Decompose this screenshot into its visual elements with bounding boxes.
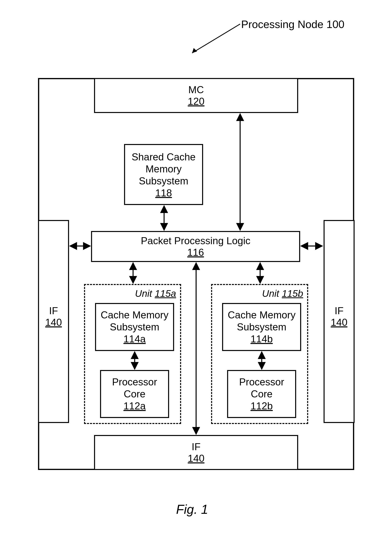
mc-label: MC 120 <box>95 84 297 107</box>
core-a-l1: Processor <box>112 376 157 387</box>
if-left-ref: 140 <box>45 317 62 328</box>
unit-b-ref: 115b <box>282 288 303 299</box>
unit-a-ref: 115a <box>155 288 176 299</box>
core-b-l1: Processor <box>239 376 284 387</box>
ppl-label: Packet Processing Logic 116 <box>92 235 299 258</box>
shared-cache-l1: Shared Cache <box>132 152 196 163</box>
cache-b-ref: 114b <box>251 333 273 345</box>
ppl-name: Packet Processing Logic <box>141 235 251 246</box>
core-b-box: Processor Core 112b <box>227 370 296 418</box>
cache-b-label: Cache Memory Subsystem 114b <box>223 309 300 345</box>
cache-a-l2: Subsystem <box>110 321 159 333</box>
shared-cache-ref: 118 <box>155 187 172 199</box>
if-right-name: IF <box>335 305 343 316</box>
cache-a-label: Cache Memory Subsystem 114a <box>96 309 173 345</box>
mc-name: MC <box>188 84 204 95</box>
ppl-ref: 116 <box>187 247 204 258</box>
core-b-label: Processor Core 112b <box>228 376 295 412</box>
core-a-label: Processor Core 112a <box>101 376 168 412</box>
if-right-box: IF 140 <box>323 220 355 423</box>
title-arrow <box>184 19 244 59</box>
unit-b-name: Unit <box>262 288 279 299</box>
cache-b-l2: Subsystem <box>237 321 286 333</box>
shared-cache-l2: Memory <box>146 163 182 175</box>
core-b-l2: Core <box>251 388 272 400</box>
cache-a-box: Cache Memory Subsystem 114a <box>95 303 174 351</box>
core-a-box: Processor Core 112a <box>100 370 169 418</box>
figure-label: Fig. 1 <box>176 502 208 517</box>
mc-box: MC 120 <box>94 78 298 113</box>
ppl-box: Packet Processing Logic 116 <box>91 231 300 262</box>
if-right-label: IF 140 <box>325 305 354 328</box>
cache-b-l1: Cache Memory <box>228 309 295 321</box>
core-a-l2: Core <box>124 388 145 400</box>
unit-a-name: Unit <box>135 288 152 299</box>
if-bottom-ref: 140 <box>188 453 204 464</box>
if-left-name: IF <box>49 305 58 316</box>
mc-ref: 120 <box>188 96 204 107</box>
shared-cache-box: Shared Cache Memory Subsystem 118 <box>124 144 203 205</box>
page: Processing Node 100 MC 120 IF 140 IF 140… <box>0 0 392 553</box>
if-bottom-name: IF <box>192 441 201 452</box>
cache-a-ref: 114a <box>123 333 146 345</box>
cache-a-l1: Cache Memory <box>101 309 168 321</box>
shared-cache-label: Shared Cache Memory Subsystem 118 <box>125 151 202 199</box>
if-bottom-label: IF 140 <box>95 441 297 464</box>
unit-a-label: Unit 115a <box>135 288 176 299</box>
svg-line-0 <box>192 24 240 53</box>
if-bottom-box: IF 140 <box>94 435 298 470</box>
diagram-title: Processing Node 100 <box>241 18 344 30</box>
core-a-ref: 112a <box>123 401 146 412</box>
cache-b-box: Cache Memory Subsystem 114b <box>222 303 301 351</box>
if-left-box: IF 140 <box>38 220 69 423</box>
shared-cache-l3: Subsystem <box>139 175 188 187</box>
if-right-ref: 140 <box>331 317 347 328</box>
if-left-label: IF 140 <box>39 305 68 328</box>
unit-b-label: Unit 115b <box>262 288 303 299</box>
core-b-ref: 112b <box>251 401 273 412</box>
